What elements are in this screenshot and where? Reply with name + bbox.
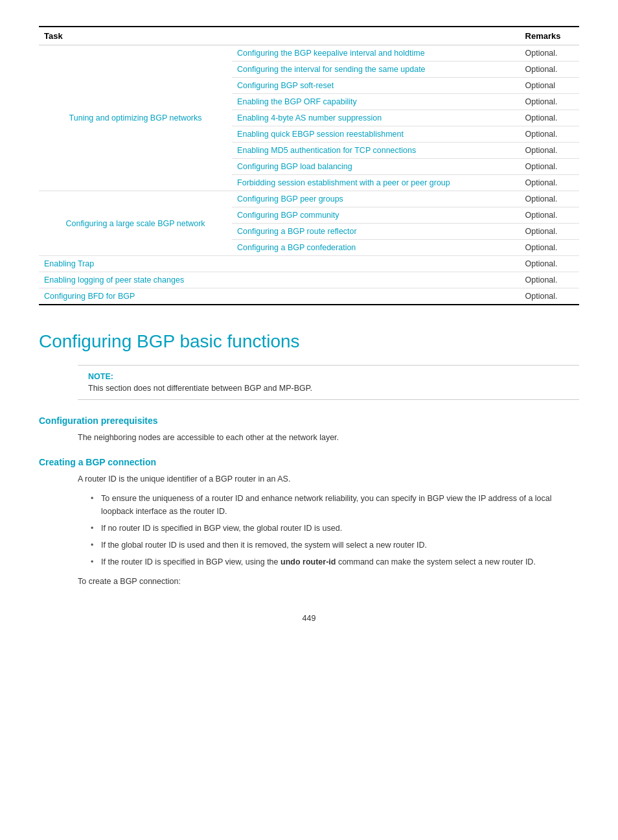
remarks-cell: Optional xyxy=(520,78,579,94)
remarks-cell: Optional. xyxy=(520,110,579,126)
remarks-cell: Optional. xyxy=(520,175,579,191)
sub-task-cell[interactable]: Enabling quick EBGP session reestablishm… xyxy=(232,126,520,143)
table-row: Configuring a large scale BGP networkCon… xyxy=(39,191,579,207)
list-item: If the router ID is specified in BGP vie… xyxy=(91,555,579,568)
remarks-cell: Optional. xyxy=(520,45,579,62)
remarks-cell: Optional. xyxy=(520,207,579,224)
sub-task-cell[interactable]: Enabling the BGP ORF capability xyxy=(232,94,520,110)
note-label: NOTE: xyxy=(88,372,569,381)
table-row: Configuring BFD for BGPOptional. xyxy=(39,288,579,305)
sub-task-cell[interactable]: Configuring the interval for sending the… xyxy=(232,62,520,78)
bgp-conn-intro: A router ID is the unique identifier of … xyxy=(78,472,579,485)
task-label-logging[interactable]: Enabling logging of peer state changes xyxy=(39,272,520,288)
outro-text: To create a BGP connection: xyxy=(78,575,579,588)
table-row: Tuning and optimizing BGP networksConfig… xyxy=(39,45,579,62)
col-task-header: Task xyxy=(39,27,232,45)
sub-task-cell[interactable]: Configuring BGP community xyxy=(232,207,520,224)
remarks-cell: Optional. xyxy=(520,272,579,288)
task-label-tuning[interactable]: Tuning and optimizing BGP networks xyxy=(39,45,232,191)
list-item: If the global router ID is used and then… xyxy=(91,539,579,552)
sub-task-cell[interactable]: Configuring BGP peer groups xyxy=(232,191,520,207)
remarks-cell: Optional. xyxy=(520,240,579,256)
col-subtask-header xyxy=(232,27,520,45)
remarks-cell: Optional. xyxy=(520,256,579,272)
col-remarks-header: Remarks xyxy=(520,27,579,45)
list-item: If no router ID is specified in BGP view… xyxy=(91,522,579,535)
remarks-cell: Optional. xyxy=(520,143,579,159)
prereq-text: The neighboring nodes are accessible to … xyxy=(78,431,579,444)
sub-task-cell[interactable]: Configuring BGP soft-reset xyxy=(232,78,520,94)
list-item: To ensure the uniqueness of a router ID … xyxy=(91,492,579,518)
table-row: Enabling TrapOptional. xyxy=(39,256,579,272)
task-label-bfd[interactable]: Configuring BFD for BGP xyxy=(39,288,520,305)
remarks-cell: Optional. xyxy=(520,288,579,305)
sub-task-cell[interactable]: Enabling MD5 authentication for TCP conn… xyxy=(232,143,520,159)
page-number: 449 xyxy=(39,614,579,623)
sub-task-cell[interactable]: Configuring BGP load balancing xyxy=(232,159,520,175)
remarks-cell: Optional. xyxy=(520,126,579,143)
section-title: Configuring BGP basic functions xyxy=(39,331,579,352)
sub-task-cell[interactable]: Forbidding session establishment with a … xyxy=(232,175,520,191)
remarks-cell: Optional. xyxy=(520,224,579,240)
table-row: Enabling logging of peer state changesOp… xyxy=(39,272,579,288)
sub-task-cell[interactable]: Configuring a BGP route reflector xyxy=(232,224,520,240)
sub-task-cell[interactable]: Configuring the BGP keepalive interval a… xyxy=(232,45,520,62)
sub-task-cell[interactable]: Enabling 4-byte AS number suppression xyxy=(232,110,520,126)
task-table: Task Remarks Tuning and optimizing BGP n… xyxy=(39,26,579,305)
note-text: This section does not differentiate betw… xyxy=(88,384,569,393)
remarks-cell: Optional. xyxy=(520,62,579,78)
task-label-enabling-trap[interactable]: Enabling Trap xyxy=(39,256,520,272)
remarks-cell: Optional. xyxy=(520,159,579,175)
remarks-cell: Optional. xyxy=(520,94,579,110)
prereq-heading: Configuration prerequisites xyxy=(39,415,579,426)
note-box: NOTE: This section does not differentiat… xyxy=(78,365,579,400)
bullet-list: To ensure the uniqueness of a router ID … xyxy=(91,492,579,568)
task-label-configuring[interactable]: Configuring a large scale BGP network xyxy=(39,191,232,256)
sub-task-cell[interactable]: Configuring a BGP confederation xyxy=(232,240,520,256)
bgp-conn-heading: Creating a BGP connection xyxy=(39,457,579,467)
remarks-cell: Optional. xyxy=(520,191,579,207)
